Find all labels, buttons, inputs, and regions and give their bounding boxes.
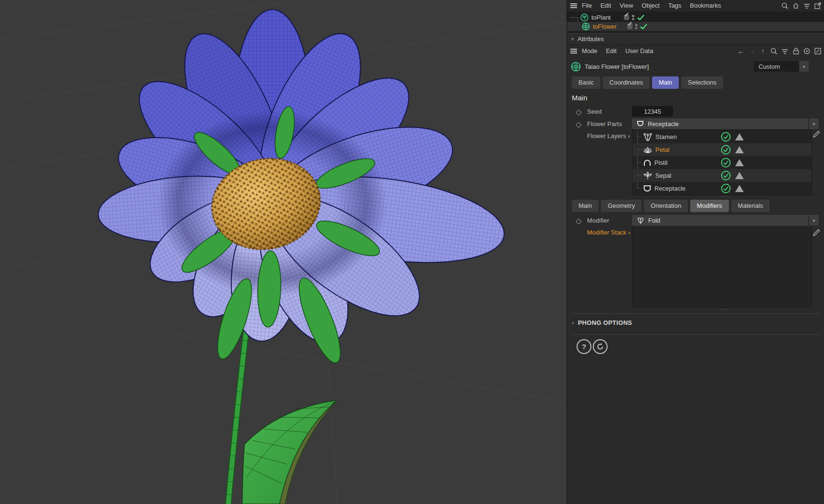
tree-row-toplant[interactable]: toPlant xyxy=(567,13,824,22)
menu-attr-edit[interactable]: Edit xyxy=(602,45,621,57)
layer-name: Stamen xyxy=(655,133,677,140)
triangle-icon[interactable] xyxy=(735,133,744,140)
close-icon[interactable]: × xyxy=(567,36,578,43)
resize-handle[interactable]: ······ xyxy=(710,307,739,311)
reset-button[interactable] xyxy=(593,339,608,354)
preset-value[interactable]: Custom xyxy=(754,61,799,72)
enabled-check-icon[interactable] xyxy=(721,145,731,155)
check-icon[interactable] xyxy=(637,14,644,21)
expander-chevron-icon[interactable]: › xyxy=(628,132,630,139)
modifier-stack-label[interactable]: Modifier Stack › xyxy=(587,229,630,236)
filter-icon[interactable] xyxy=(803,2,811,10)
flower-parts-dropdown[interactable]: Receptacle xyxy=(632,118,808,129)
tab-coordinates[interactable]: Coordinates xyxy=(603,76,650,89)
3d-viewport[interactable] xyxy=(0,0,567,504)
enabled-check-icon[interactable] xyxy=(721,171,731,181)
back-icon[interactable]: ← xyxy=(737,47,745,55)
layer-name: Receptacle xyxy=(654,185,685,192)
layer-row-sepal[interactable]: Sepal xyxy=(632,169,812,182)
tree-row-toflower[interactable]: toFlower xyxy=(567,22,824,31)
enabled-check-icon[interactable] xyxy=(721,132,731,142)
tab-main[interactable]: Main xyxy=(652,76,679,89)
search-icon[interactable] xyxy=(781,2,789,10)
layer-name: Petal xyxy=(655,146,670,153)
right-panel: File Edit View Object Tags Bookmarks to xyxy=(567,0,824,504)
resize-handle[interactable]: ······ xyxy=(710,194,739,199)
pick-pencil-icon[interactable] xyxy=(813,130,821,138)
phong-options-header[interactable]: › PHONG OPTIONS xyxy=(572,319,632,326)
object-name-toflower[interactable]: toFlower xyxy=(593,23,617,30)
modifier-stack-box[interactable] xyxy=(632,227,812,308)
expander-chevron-icon[interactable]: › xyxy=(572,319,574,326)
up-icon[interactable]: ↑ xyxy=(759,47,767,55)
main-menu-bar: File Edit View Object Tags Bookmarks xyxy=(567,0,824,12)
divider xyxy=(571,313,821,314)
layer-row-pistil[interactable]: Pistil xyxy=(632,156,812,169)
flower-layers-list: Stamen Petal Pistil xyxy=(632,130,812,195)
seed-input[interactable]: 12345 xyxy=(632,106,673,117)
menu-file[interactable]: File xyxy=(578,0,596,11)
triangle-icon[interactable] xyxy=(735,185,744,192)
menu-tags[interactable]: Tags xyxy=(664,0,685,11)
triangle-icon[interactable] xyxy=(735,159,744,166)
tab-sub-main[interactable]: Main xyxy=(572,200,599,212)
hamburger-menu-icon[interactable] xyxy=(570,2,578,10)
tab-modifiers[interactable]: Modifiers xyxy=(690,200,729,212)
tab-selections[interactable]: Selections xyxy=(681,76,723,89)
menu-edit[interactable]: Edit xyxy=(596,0,615,11)
menu-object[interactable]: Object xyxy=(637,0,664,11)
home-icon[interactable] xyxy=(792,2,800,10)
triangle-icon[interactable] xyxy=(735,172,744,179)
filter-icon[interactable] xyxy=(781,47,789,55)
menu-bookmarks[interactable]: Bookmarks xyxy=(685,0,725,11)
tab-basic[interactable]: Basic xyxy=(572,76,600,89)
attributes-titlebar: × Attributes xyxy=(567,33,824,45)
chevron-down-icon[interactable]: ▾ xyxy=(809,215,819,225)
new-window-icon[interactable] xyxy=(814,47,822,55)
layer-toggle-icon[interactable] xyxy=(624,15,629,20)
object-name-toplant[interactable]: toPlant xyxy=(591,14,610,21)
expander-chevron-icon[interactable]: › xyxy=(628,229,630,236)
flower-layers-label[interactable]: Flower Layers › xyxy=(587,132,630,139)
triangle-icon[interactable] xyxy=(735,146,744,153)
keyframe-diamond-icon[interactable] xyxy=(577,218,581,225)
menu-view[interactable]: View xyxy=(615,0,637,11)
tab-orientation[interactable]: Orientation xyxy=(644,200,688,212)
layer-name: Pistil xyxy=(654,159,667,166)
search-icon[interactable] xyxy=(770,47,778,55)
keyframe-diamond-icon[interactable] xyxy=(577,109,581,116)
modifier-dropdown[interactable]: Fold xyxy=(632,215,808,225)
keyframe-diamond-icon[interactable] xyxy=(577,121,581,129)
target-icon[interactable] xyxy=(803,47,811,55)
menu-user-data[interactable]: User Data xyxy=(621,45,658,57)
tab-geometry[interactable]: Geometry xyxy=(601,200,642,212)
grid-line xyxy=(0,3,287,39)
object-manager: toPlant toFlower xyxy=(567,11,824,33)
attributes-menubar: Mode Edit User Data ← → ↑ xyxy=(567,44,824,59)
hamburger-menu-icon[interactable] xyxy=(570,47,578,55)
help-button[interactable]: ? xyxy=(577,339,591,354)
fold-icon xyxy=(637,216,644,224)
enabled-check-icon[interactable] xyxy=(721,183,731,193)
pick-pencil-icon[interactable] xyxy=(813,228,821,236)
chevron-down-icon[interactable]: ▾ xyxy=(809,118,819,129)
flower-object-icon xyxy=(582,22,590,31)
lock-icon[interactable] xyxy=(792,47,800,55)
layer-toggle-icon[interactable] xyxy=(627,24,632,29)
open-window-icon[interactable] xyxy=(814,2,822,10)
enable-dots-icon[interactable] xyxy=(632,15,634,20)
layer-row-petal[interactable]: Petal xyxy=(632,143,812,156)
grid-line xyxy=(0,152,110,168)
flower-parts-label: Flower Parts xyxy=(587,120,622,128)
check-icon[interactable] xyxy=(640,23,647,30)
menu-mode[interactable]: Mode xyxy=(578,45,602,57)
enabled-check-icon[interactable] xyxy=(721,158,731,168)
enable-dots-icon[interactable] xyxy=(635,24,638,29)
layer-row-stamen[interactable]: Stamen xyxy=(632,130,812,143)
chevron-down-icon[interactable]: ▾ xyxy=(799,61,809,72)
preset-dropdown[interactable]: Custom ▾ xyxy=(754,61,809,72)
tab-materials[interactable]: Materials xyxy=(731,200,770,212)
object-header-row: Taiao Flower [toFlower] Custom ▾ xyxy=(567,59,824,74)
layer-row-receptacle[interactable]: Receptacle xyxy=(632,182,812,195)
forward-icon[interactable]: → xyxy=(748,47,756,55)
